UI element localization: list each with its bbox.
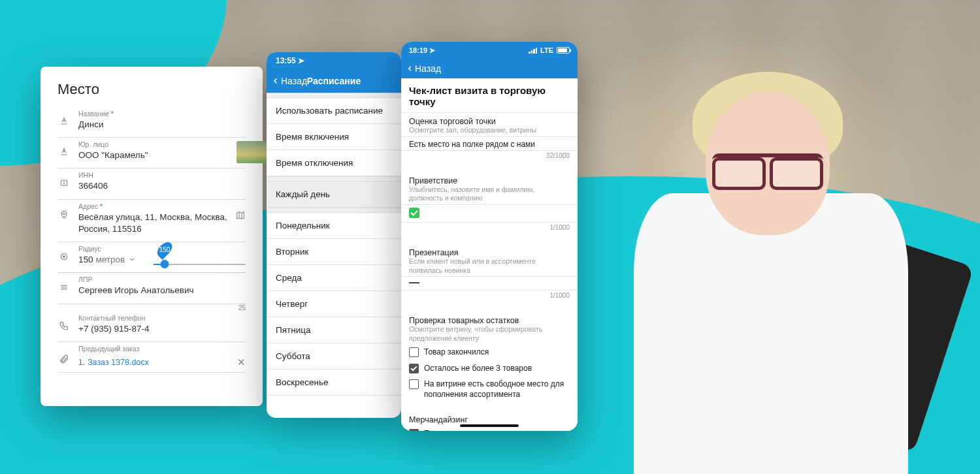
- legal-label: Юр. лицо: [78, 140, 246, 148]
- map-icon[interactable]: [235, 210, 246, 223]
- row-sun[interactable]: Воскресенье: [267, 370, 401, 396]
- lpr-value: Сергеев Игорь Анатольевич: [78, 283, 246, 296]
- inn-label: ИНН: [78, 171, 246, 179]
- chevron-left-icon: [272, 76, 280, 86]
- signal-icon: [529, 48, 537, 54]
- green-check-icon[interactable]: [409, 208, 419, 218]
- status-bar: 13:55 ➤: [267, 52, 401, 69]
- pin-icon: [59, 209, 71, 221]
- address-value: Весёлая улица, 11, Москва, Москва, Росси…: [78, 210, 246, 235]
- row-mon[interactable]: Понедельник: [267, 213, 401, 239]
- text-format-icon: [59, 147, 71, 159]
- nav-bar: Назад: [401, 59, 578, 78]
- checkbox-checked-icon[interactable]: [409, 429, 419, 431]
- legal-field[interactable]: Юр. лицо ООО "Карамель": [41, 138, 263, 168]
- svg-point-3: [63, 256, 65, 258]
- radius-unit: метров: [96, 253, 125, 266]
- rating-note[interactable]: Есть место на полке рядом с нами: [401, 137, 578, 150]
- chevron-left-icon: [406, 64, 414, 73]
- check-shelf-space[interactable]: На витрине есть свободное место для попо…: [401, 376, 578, 402]
- file-link[interactable]: Зазаз 1378.docx: [88, 358, 149, 367]
- slider-thumb[interactable]: [161, 260, 169, 268]
- address-field[interactable]: Адрес Весёлая улица, 11, Москва, Москва,…: [41, 200, 263, 242]
- lpr-label: ЛПР: [78, 276, 246, 283]
- name-label: Название: [78, 110, 246, 118]
- net-label: LTE: [540, 46, 553, 54]
- greeting-count: 1/1000: [401, 223, 578, 235]
- check-stock-out[interactable]: Товар закончился: [401, 344, 578, 360]
- section-rating: Оценка торговой точки Осмотрите зал, обо…: [401, 113, 578, 136]
- lines-icon: [59, 282, 71, 294]
- radius-value: 150: [78, 253, 93, 266]
- radius-field[interactable]: Радиус 150 метров 150: [41, 242, 263, 272]
- row-off-time[interactable]: Время отключения: [267, 150, 401, 176]
- inn-field[interactable]: ИНН 366406: [41, 168, 263, 198]
- prev-order-field: Предыдущий заказ: [41, 342, 263, 354]
- lpr-count: 25: [41, 304, 263, 314]
- home-indicator: [460, 424, 519, 427]
- row-every-day[interactable]: Каждый день: [267, 182, 401, 208]
- checkbox-checked-icon[interactable]: [409, 364, 419, 373]
- place-card: Место Название Динси Юр. лицо ООО "Карам…: [41, 67, 263, 406]
- section-merch: Мерчандайзинг: [401, 411, 578, 426]
- number-icon: [59, 178, 71, 189]
- nav-bar: Назад Расписание: [267, 69, 401, 93]
- lpr-field[interactable]: ЛПР Сергеев Игорь Анатольевич: [41, 273, 263, 303]
- rating-count: 32/1000: [401, 151, 578, 163]
- back-button[interactable]: Назад: [272, 76, 307, 86]
- inn-value: 366406: [78, 179, 246, 192]
- phone-icon: [59, 321, 71, 332]
- phone-label: Контактный телефон: [78, 314, 246, 322]
- checklist-title: Чек-лист визита в торговую точку: [401, 78, 578, 112]
- back-button[interactable]: Назад: [406, 63, 441, 74]
- target-icon: [59, 251, 71, 263]
- battery-icon: [557, 47, 570, 54]
- status-bar: 18:19 ➤ LTE: [401, 42, 578, 59]
- name-value: Динси: [78, 118, 246, 131]
- schedule-card: 13:55 ➤ Назад Расписание Использовать ра…: [267, 52, 401, 418]
- person-illustration: [621, 59, 921, 474]
- radius-slider[interactable]: 150: [154, 259, 246, 260]
- section-greeting: Приветствие Улыбнитесь, назовите имя и ф…: [401, 172, 578, 204]
- address-label: Адрес: [78, 202, 246, 210]
- status-time: 13:55 ➤: [276, 56, 304, 65]
- presentation-text[interactable]: —: [401, 277, 578, 290]
- chevron-down-icon: [127, 255, 137, 264]
- svg-point-1: [63, 213, 65, 215]
- svg-rect-0: [61, 180, 67, 185]
- legal-value: ООО "Карамель": [78, 148, 246, 161]
- checkbox-icon[interactable]: [409, 379, 419, 389]
- section-presentation: Презентация Если клиент новый или в ассо…: [401, 244, 578, 276]
- prev-order-label: Предыдущий заказ: [78, 345, 246, 353]
- presentation-count: 1/1000: [401, 291, 578, 303]
- row-thu[interactable]: Четверг: [267, 291, 401, 317]
- remove-file-icon[interactable]: ✕: [237, 356, 246, 368]
- checklist-card: 18:19 ➤ LTE Назад Чек-лист визита в торг…: [401, 42, 578, 431]
- row-fri[interactable]: Пятница: [267, 317, 401, 343]
- radius-select[interactable]: 150 метров: [78, 253, 137, 266]
- checkbox-icon[interactable]: [409, 347, 419, 357]
- row-tue[interactable]: Вторник: [267, 239, 401, 265]
- row-wed[interactable]: Среда: [267, 265, 401, 291]
- status-time: 18:19 ➤: [409, 46, 435, 55]
- row-on-time[interactable]: Время включения: [267, 124, 401, 150]
- row-use-schedule[interactable]: Использовать расписание: [267, 98, 401, 124]
- section-stock: Проверка товарных остатков Осмотрите вит…: [401, 312, 578, 344]
- name-field[interactable]: Название Динси: [41, 107, 263, 137]
- check-stock-low[interactable]: Осталось не более 3 товаров: [401, 360, 578, 376]
- phone-value: +7 (935) 915-87-4: [78, 322, 246, 335]
- file-attachment[interactable]: 1. Зазаз 1378.docx ✕: [41, 354, 263, 372]
- file-num: 1.: [78, 358, 85, 367]
- row-sat[interactable]: Суббота: [267, 343, 401, 370]
- phone-field[interactable]: Контактный телефон +7 (935) 915-87-4: [41, 314, 263, 341]
- text-format-icon: [59, 116, 71, 128]
- place-title: Место: [41, 67, 263, 107]
